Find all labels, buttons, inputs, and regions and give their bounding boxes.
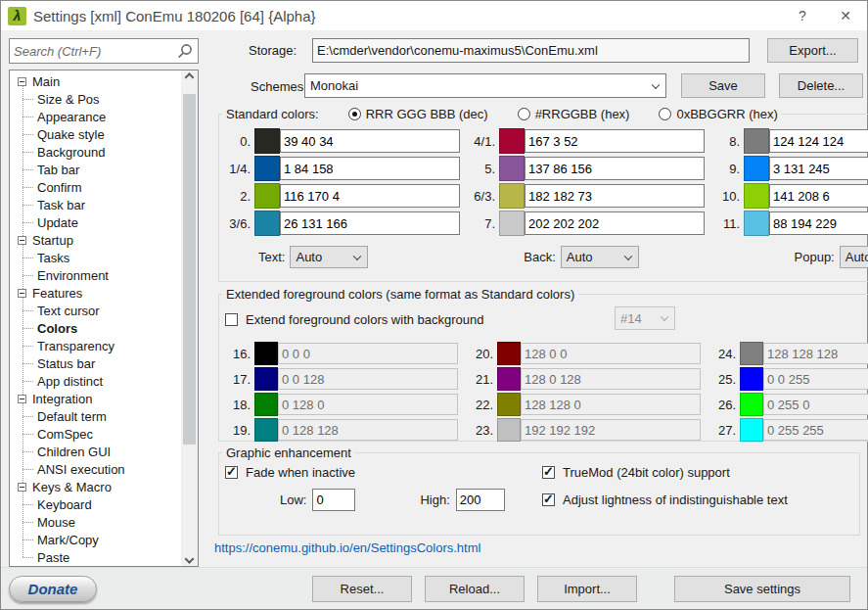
- scroll-up-icon[interactable]: [181, 70, 198, 87]
- tree-parent-item[interactable]: Keys & Macro: [10, 478, 181, 495]
- tree-item[interactable]: Colors: [10, 319, 181, 337]
- schemes-combo[interactable]: Monokai: [304, 73, 666, 98]
- color-swatch[interactable]: [254, 418, 278, 442]
- reset-button[interactable]: Reset...: [312, 576, 412, 602]
- color-swatch[interactable]: [497, 367, 521, 391]
- color-value-input[interactable]: [280, 129, 460, 153]
- tree-item[interactable]: Confirm: [10, 178, 181, 196]
- export-button[interactable]: Export...: [767, 38, 858, 63]
- tree-item[interactable]: Mark/Copy: [10, 531, 181, 548]
- storage-path-field[interactable]: [312, 38, 750, 63]
- color-swatch[interactable]: [740, 367, 763, 391]
- color-value-input[interactable]: [769, 211, 868, 235]
- tree-item[interactable]: Appearance: [10, 108, 181, 125]
- search-input[interactable]: [14, 40, 172, 62]
- tree-item[interactable]: Text cursor: [10, 302, 181, 319]
- donate-button[interactable]: Donate: [9, 576, 97, 602]
- color-role-combo[interactable]: Auto: [840, 246, 868, 268]
- color-value-input[interactable]: [521, 343, 701, 364]
- tree-item[interactable]: Transparency: [10, 337, 181, 354]
- tree-parent-item[interactable]: Startup: [10, 231, 181, 249]
- fade-high-input[interactable]: [456, 489, 505, 511]
- color-swatch[interactable]: [499, 128, 525, 154]
- tree-item[interactable]: ANSI execution: [10, 460, 181, 478]
- color-value-input[interactable]: [769, 184, 868, 208]
- color-value-input[interactable]: [521, 394, 701, 415]
- color-swatch[interactable]: [744, 156, 769, 181]
- tree-item[interactable]: Tab bar: [10, 161, 181, 178]
- help-button[interactable]: ?: [781, 2, 824, 30]
- tree-item[interactable]: Size & Pos: [10, 90, 181, 108]
- color-swatch[interactable]: [499, 183, 525, 209]
- color-swatch[interactable]: [254, 393, 278, 416]
- tree-item[interactable]: App distinct: [10, 372, 181, 390]
- color-swatch[interactable]: [740, 418, 763, 442]
- tree-parent-item[interactable]: Features: [10, 284, 181, 302]
- collapse-icon[interactable]: [18, 483, 26, 492]
- close-button[interactable]: ✕: [824, 2, 867, 30]
- scrollbar-thumb[interactable]: [183, 94, 196, 445]
- tree-item[interactable]: Keyboard: [10, 495, 181, 513]
- color-swatch[interactable]: [744, 128, 769, 154]
- import-button[interactable]: Import...: [537, 576, 637, 602]
- color-value-input[interactable]: [763, 394, 868, 415]
- color-value-input[interactable]: [280, 211, 460, 235]
- color-value-input[interactable]: [525, 129, 705, 153]
- color-format-radio[interactable]: 0xBBGGRR (hex): [659, 107, 777, 121]
- color-swatch[interactable]: [254, 128, 280, 154]
- extend-foreground-checkbox[interactable]: [225, 313, 238, 326]
- color-swatch[interactable]: [254, 342, 278, 365]
- tree-item[interactable]: Mouse: [10, 513, 181, 531]
- color-value-input[interactable]: [521, 419, 701, 441]
- tree-item[interactable]: ComSpec: [10, 425, 181, 443]
- color-swatch[interactable]: [744, 211, 769, 236]
- color-swatch[interactable]: [499, 156, 525, 181]
- fade-when-inactive-checkbox[interactable]: [225, 466, 238, 479]
- color-value-input[interactable]: [763, 368, 868, 390]
- color-swatch[interactable]: [740, 393, 763, 416]
- color-value-input[interactable]: [525, 157, 705, 180]
- color-value-input[interactable]: [278, 343, 458, 364]
- color-value-input[interactable]: [278, 368, 458, 390]
- adjust-lightness-checkbox[interactable]: [542, 493, 555, 506]
- collapse-icon[interactable]: [18, 77, 26, 86]
- save-scheme-button[interactable]: Save: [681, 73, 765, 98]
- tree-item[interactable]: Status bar: [10, 354, 181, 372]
- color-format-radio[interactable]: RRR GGG BBB (dec): [348, 107, 488, 121]
- scroll-down-icon[interactable]: [181, 549, 198, 566]
- tree-item[interactable]: Default term: [10, 407, 181, 425]
- color-value-input[interactable]: [278, 419, 458, 441]
- color-value-input[interactable]: [769, 157, 868, 180]
- color-swatch[interactable]: [254, 211, 280, 236]
- color-value-input[interactable]: [521, 368, 701, 390]
- color-value-input[interactable]: [769, 129, 868, 153]
- tree-scrollbar[interactable]: [181, 70, 198, 566]
- tree-parent-item[interactable]: Main: [10, 72, 181, 90]
- color-swatch[interactable]: [254, 367, 278, 391]
- collapse-icon[interactable]: [18, 289, 26, 298]
- reload-button[interactable]: Reload...: [425, 576, 525, 602]
- tree-item[interactable]: Paste: [10, 548, 181, 566]
- color-value-input[interactable]: [763, 419, 868, 441]
- tree-parent-item[interactable]: Integration: [10, 390, 181, 407]
- color-format-radio[interactable]: #RRGGBB (hex): [518, 107, 630, 121]
- save-settings-button[interactable]: Save settings: [674, 576, 850, 602]
- color-swatch[interactable]: [740, 342, 763, 365]
- color-value-input[interactable]: [280, 157, 460, 180]
- color-role-combo[interactable]: Auto: [290, 246, 368, 268]
- settings-colors-doc-link[interactable]: https://conemu.github.io/en/SettingsColo…: [214, 540, 480, 555]
- color-swatch[interactable]: [254, 183, 280, 209]
- color-swatch[interactable]: [499, 211, 525, 236]
- color-value-input[interactable]: [525, 184, 705, 208]
- color-swatch[interactable]: [744, 183, 769, 209]
- tree-item[interactable]: Children GUI: [10, 443, 181, 460]
- collapse-icon[interactable]: [18, 236, 26, 245]
- color-swatch[interactable]: [497, 418, 521, 442]
- color-swatch[interactable]: [497, 393, 521, 416]
- tree-item[interactable]: Quake style: [10, 125, 181, 143]
- color-swatch[interactable]: [497, 342, 521, 365]
- delete-scheme-button[interactable]: Delete...: [779, 73, 863, 98]
- color-swatch[interactable]: [254, 156, 280, 181]
- tree-item[interactable]: Tasks: [10, 249, 181, 266]
- tree-item[interactable]: Task bar: [10, 196, 181, 213]
